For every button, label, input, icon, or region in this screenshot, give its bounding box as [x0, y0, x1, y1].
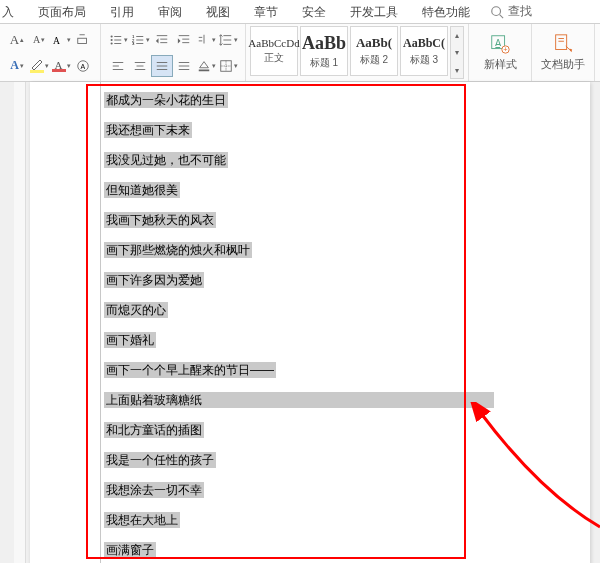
selected-text[interactable]: 画满窗子 [104, 542, 156, 558]
doc-line[interactable]: 上面贴着玻璃糖纸 [104, 392, 574, 408]
expand-gallery-icon[interactable]: ▾ [451, 62, 463, 78]
tab-dev-tools[interactable]: 开发工具 [338, 0, 410, 23]
tab-special[interactable]: 特色功能 [410, 0, 482, 23]
style-label: 正文 [264, 51, 284, 65]
new-style-label: 新样式 [484, 57, 517, 72]
selected-text[interactable]: 画下一个个早上醒来的节日—— [104, 362, 276, 378]
style-heading-1[interactable]: AaBb 标题 1 [300, 26, 348, 76]
align-distributed-button[interactable] [173, 55, 195, 77]
document-page[interactable]: 都成为一朵小花的生日我还想画下未来我没见过她，也不可能但知道她很美我画下她秋天的… [30, 82, 590, 563]
selected-text[interactable]: 我画下她秋天的风衣 [104, 212, 216, 228]
style-preview: AaBbC( [403, 36, 445, 51]
style-preview: AaBb [302, 33, 346, 54]
search-label: 查找 [508, 3, 532, 20]
doc-line[interactable]: 画下婚礼 [104, 332, 574, 348]
align-justify-button[interactable] [151, 55, 173, 77]
selected-text[interactable]: 我想在大地上 [104, 512, 180, 528]
selected-text[interactable]: 和北方童话的插图 [104, 422, 204, 438]
selected-text[interactable]: 画下婚礼 [104, 332, 156, 348]
selected-text[interactable]: 画下许多因为爱她 [104, 272, 204, 288]
style-gallery: AaBbCcDd 正文 AaBb 标题 1 AaBb( 标题 2 AaBbC( … [246, 24, 469, 81]
clear-format-button[interactable] [72, 29, 94, 51]
tab-review[interactable]: 审阅 [146, 0, 194, 23]
svg-text:A: A [52, 34, 59, 45]
doc-assistant-icon [552, 33, 574, 55]
selected-text[interactable]: 都成为一朵小花的生日 [104, 92, 228, 108]
doc-line[interactable]: 画下许多因为爱她 [104, 272, 574, 288]
selected-text[interactable]: 画下那些燃烧的烛火和枫叶 [104, 242, 252, 258]
shrink-font-button[interactable]: A▾ [28, 29, 50, 51]
svg-text:A: A [80, 62, 85, 69]
scroll-up-icon[interactable]: ▴ [451, 27, 463, 43]
svg-point-7 [110, 35, 112, 37]
tab-security[interactable]: 安全 [290, 0, 338, 23]
bullets-button[interactable]: ▾ [107, 29, 129, 51]
change-case-button[interactable]: A▾ [50, 29, 72, 51]
doc-line[interactable]: 而熄灭的心 [104, 302, 574, 318]
doc-line[interactable]: 我没见过她，也不可能 [104, 152, 574, 168]
grow-font-button[interactable]: A▴ [6, 29, 28, 51]
highlight-color-button[interactable]: ▾ [28, 55, 50, 77]
doc-line[interactable]: 和北方童话的插图 [104, 422, 574, 438]
svg-line-1 [500, 14, 504, 18]
doc-assistant-button[interactable]: 文档助手 [538, 27, 588, 79]
style-heading-2[interactable]: AaBb( 标题 2 [350, 26, 398, 76]
borders-button[interactable]: ▾ [217, 55, 239, 77]
selected-text[interactable]: 上面贴着玻璃糖纸 [104, 392, 494, 408]
new-style-group: A̲+ 新样式 [469, 24, 532, 81]
text-direction-button[interactable]: ▾ [195, 29, 217, 51]
font-group: A▴ A▾ A▾ A▾ ▾ A▾ A [0, 24, 101, 81]
doc-line[interactable]: 我画下她秋天的风衣 [104, 212, 574, 228]
tab-insert[interactable]: 入 [0, 0, 26, 23]
tab-references[interactable]: 引用 [98, 0, 146, 23]
font-color-button[interactable]: A▾ [50, 55, 72, 77]
selected-text[interactable]: 但知道她很美 [104, 182, 180, 198]
doc-line[interactable]: 都成为一朵小花的生日 [104, 92, 574, 108]
workspace: 都成为一朵小花的生日我还想画下未来我没见过她，也不可能但知道她很美我画下她秋天的… [0, 82, 600, 563]
tab-sections[interactable]: 章节 [242, 0, 290, 23]
increase-indent-button[interactable] [173, 29, 195, 51]
doc-line[interactable]: 我是一个任性的孩子 [104, 452, 574, 468]
selected-text[interactable]: 我是一个任性的孩子 [104, 452, 216, 468]
svg-point-9 [110, 38, 112, 40]
decrease-indent-button[interactable] [151, 29, 173, 51]
svg-point-0 [492, 6, 501, 15]
document-content[interactable]: 都成为一朵小花的生日我还想画下未来我没见过她，也不可能但知道她很美我画下她秋天的… [104, 92, 574, 563]
text-effects-button[interactable]: A▾ [6, 55, 28, 77]
line-spacing-button[interactable]: ▾ [217, 29, 239, 51]
doc-assistant-label: 文档助手 [541, 57, 585, 72]
tab-view[interactable]: 视图 [194, 0, 242, 23]
tab-page-layout[interactable]: 页面布局 [26, 0, 98, 23]
style-heading-3[interactable]: AaBbC( 标题 3 [400, 26, 448, 76]
selected-text[interactable]: 我还想画下未来 [104, 122, 192, 138]
scroll-down-icon[interactable]: ▾ [451, 45, 463, 61]
enclose-char-button[interactable]: A [72, 55, 94, 77]
selected-text[interactable]: 而熄灭的心 [104, 302, 168, 318]
doc-line[interactable]: 我想在大地上 [104, 512, 574, 528]
doc-line[interactable]: 我还想画下未来 [104, 122, 574, 138]
style-label: 标题 2 [360, 53, 388, 67]
align-center-button[interactable] [129, 55, 151, 77]
paragraph-group: ▾ 123▾ ▾ ▾ ▾ ▾ [101, 24, 246, 81]
selected-text[interactable]: 我没见过她，也不可能 [104, 152, 228, 168]
selected-text[interactable]: 我想涂去一切不幸 [104, 482, 204, 498]
style-gallery-scroll[interactable]: ▴ ▾ ▾ [450, 26, 464, 79]
margin-guide [100, 82, 101, 563]
style-label: 标题 1 [310, 56, 338, 70]
style-body-text[interactable]: AaBbCcDd 正文 [250, 26, 298, 76]
svg-point-11 [110, 42, 112, 44]
search-box[interactable]: 查找 [482, 3, 532, 20]
new-style-button[interactable]: A̲+ 新样式 [475, 27, 525, 79]
numbering-button[interactable]: 123▾ [129, 29, 151, 51]
doc-line[interactable]: 画下那些燃烧的烛火和枫叶 [104, 242, 574, 258]
doc-line[interactable]: 画下一个个早上醒来的节日—— [104, 362, 574, 378]
align-left-button[interactable] [107, 55, 129, 77]
doc-line[interactable]: 画满窗子 [104, 542, 574, 558]
doc-line[interactable]: 但知道她很美 [104, 182, 574, 198]
shading-button[interactable]: ▾ [195, 55, 217, 77]
ribbon-tabs: 入 页面布局 引用 审阅 视图 章节 安全 开发工具 特色功能 查找 [0, 0, 600, 24]
search-icon [490, 5, 504, 19]
svg-rect-51 [556, 35, 567, 50]
doc-line[interactable]: 我想涂去一切不幸 [104, 482, 574, 498]
svg-text:+: + [503, 45, 507, 54]
